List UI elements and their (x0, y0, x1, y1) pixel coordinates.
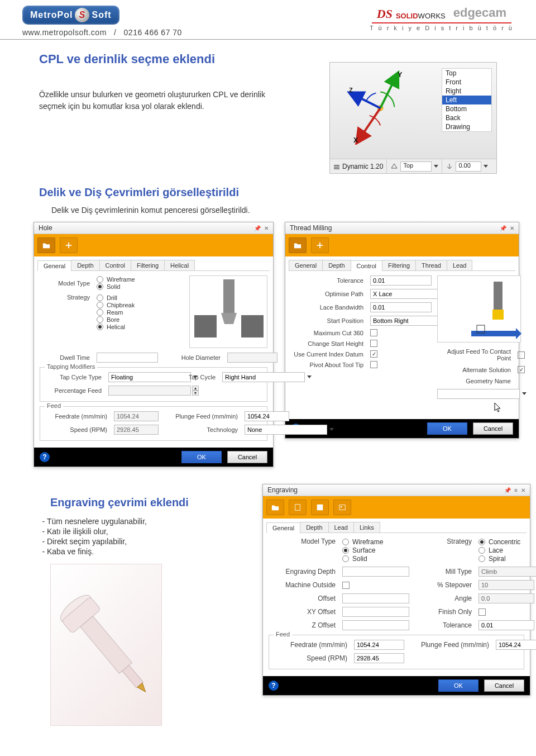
menu-icon[interactable]: ≡ (514, 487, 518, 493)
radio-option[interactable]: Wireframe (342, 538, 409, 546)
spin-down-icon[interactable]: ▼ (192, 391, 199, 396)
tab-lead[interactable]: Lead (447, 260, 472, 270)
view-option[interactable]: Bottom (442, 104, 491, 113)
spin-up-icon[interactable]: ▲ (192, 386, 199, 391)
radio-option[interactable]: Helical (97, 324, 183, 330)
change-start-height-check[interactable] (370, 340, 377, 347)
depth-input[interactable]: 0.00 (456, 161, 481, 172)
ribbon-folder-button[interactable] (37, 237, 55, 253)
adjust-feed-check[interactable] (518, 351, 525, 359)
radio-icon[interactable] (342, 555, 349, 562)
radio-icon[interactable] (478, 547, 485, 554)
speed-input[interactable] (354, 653, 404, 663)
view-list[interactable]: TopFrontRightLeftBottomBackDrawing (442, 68, 492, 132)
use-index-datum-check[interactable] (370, 350, 377, 358)
radio-option[interactable]: Wireframe (97, 276, 183, 283)
tab-depth[interactable]: Depth (71, 260, 99, 270)
radio-option[interactable]: Solid (342, 555, 409, 563)
tab-depth[interactable]: Depth (322, 260, 351, 270)
ok-button[interactable]: OK (427, 422, 467, 435)
view-option[interactable]: Front (442, 78, 491, 87)
tab-control[interactable]: Control (351, 260, 382, 271)
plunge-input[interactable] (496, 640, 536, 650)
radio-option[interactable]: Concentric (478, 538, 534, 546)
ok-button[interactable]: OK (181, 451, 222, 463)
tolerance-input[interactable] (478, 620, 534, 630)
technology-combo[interactable] (245, 425, 327, 435)
chevron-down-icon[interactable] (329, 428, 334, 435)
radio-icon[interactable] (97, 283, 103, 290)
tab-control[interactable]: Control (99, 260, 131, 270)
chevron-down-icon[interactable] (434, 165, 438, 168)
lace-bandwidth-input[interactable] (370, 302, 432, 312)
plunge-input[interactable] (245, 411, 289, 421)
alt-solution-check[interactable] (518, 366, 525, 373)
close-icon[interactable]: ✕ (521, 487, 525, 493)
chevron-down-icon[interactable] (522, 392, 527, 399)
radio-icon[interactable] (97, 316, 103, 323)
tab-filtering[interactable]: Filtering (382, 260, 416, 270)
tab-helical[interactable]: Helical (164, 260, 195, 270)
mill-type-combo[interactable] (478, 567, 536, 577)
cpl-combo[interactable]: Top (400, 161, 432, 172)
radio-icon[interactable] (342, 539, 349, 545)
radio-option[interactable]: Chipbreak (97, 302, 183, 308)
ribbon-folder-button[interactable] (266, 500, 284, 515)
ribbon-add-button[interactable] (311, 237, 329, 253)
tab-depth[interactable]: Depth (300, 522, 328, 532)
tab-general[interactable]: General (266, 522, 300, 533)
offset-input[interactable] (342, 593, 409, 603)
radio-option[interactable]: Lace (478, 546, 534, 554)
ribbon-folder-button[interactable] (289, 237, 307, 253)
machine-outside-check[interactable] (342, 582, 350, 589)
ok-button[interactable]: OK (438, 679, 478, 692)
view-option[interactable]: Drawing (442, 122, 491, 131)
tab-general[interactable]: General (289, 260, 323, 270)
xy-offset-input[interactable] (342, 607, 409, 617)
z-offset-input[interactable] (342, 620, 409, 630)
radio-option[interactable]: Solid (97, 283, 183, 290)
finish-only-check[interactable] (478, 608, 486, 616)
radio-icon[interactable] (478, 539, 485, 545)
help-icon[interactable]: ? (40, 452, 50, 462)
engraving-depth-input[interactable] (342, 567, 409, 577)
tab-thread[interactable]: Thread (415, 260, 447, 270)
radio-icon[interactable] (97, 324, 103, 330)
close-icon[interactable]: ✕ (510, 225, 514, 231)
radio-icon[interactable] (97, 276, 103, 283)
cancel-button[interactable]: Cancel (227, 451, 267, 463)
tap-cycle-combo[interactable] (222, 372, 305, 382)
radio-option[interactable]: Drill (97, 294, 183, 301)
radio-icon[interactable] (478, 555, 485, 562)
chevron-down-icon[interactable] (484, 165, 488, 168)
tab-lead[interactable]: Lead (328, 522, 354, 532)
chevron-down-icon[interactable] (307, 375, 312, 382)
geometry-name-combo[interactable] (437, 389, 520, 399)
pivot-tool-tip-check[interactable] (370, 361, 377, 368)
radio-option[interactable]: Surface (342, 546, 409, 554)
ribbon-add-button[interactable] (60, 237, 78, 253)
pin-icon[interactable]: 📌 (500, 225, 506, 231)
feedrate-input[interactable] (354, 640, 404, 650)
tab-filtering[interactable]: Filtering (131, 260, 165, 270)
ribbon-image-button[interactable] (333, 500, 351, 515)
view-option[interactable]: Top (442, 69, 491, 78)
ribbon-page-button[interactable] (289, 500, 307, 515)
cancel-button[interactable]: Cancel (484, 679, 524, 692)
help-icon[interactable]: ? (269, 681, 279, 691)
tab-links[interactable]: Links (353, 522, 380, 532)
radio-icon[interactable] (342, 547, 349, 554)
site-url[interactable]: www.metropolsoft.com (22, 28, 107, 37)
dwell-input[interactable] (97, 353, 158, 363)
ribbon-save-button[interactable] (311, 500, 329, 515)
close-icon[interactable]: ✕ (264, 225, 269, 231)
pin-icon[interactable]: 📌 (254, 225, 261, 231)
max-cut-360-check[interactable] (370, 329, 377, 336)
view-option[interactable]: Right (442, 87, 491, 96)
tolerance-input[interactable] (370, 275, 432, 286)
radio-option[interactable]: Spiral (478, 555, 534, 563)
tab-general[interactable]: General (37, 260, 71, 271)
view-option[interactable]: Back (442, 113, 491, 122)
view-option[interactable]: Left (442, 96, 491, 104)
pin-icon[interactable]: 📌 (504, 487, 511, 493)
